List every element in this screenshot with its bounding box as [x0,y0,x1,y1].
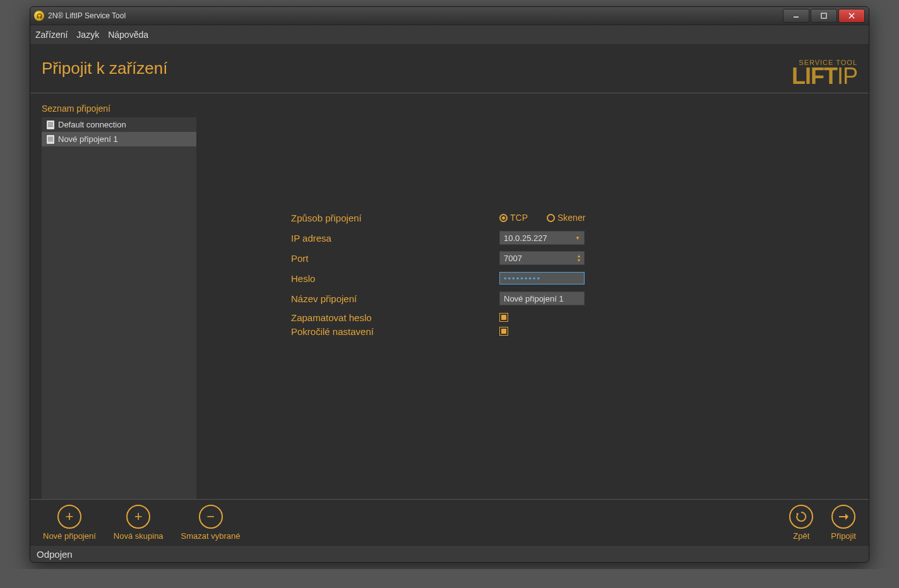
header: Připojit k zařízení SERVICE TOOL LIFTIP [30,45,869,93]
undo-icon [789,505,813,529]
ip-value: 10.0.25.227 [504,233,547,243]
title-bar: ☊ 2N® LiftIP Service Tool [30,7,869,25]
name-input[interactable]: Nové připojení 1 [499,291,585,305]
advanced-checkbox[interactable] [499,327,508,336]
label-password: Heslo [291,273,499,284]
page-title: Připojit k zařízení [42,59,167,78]
radio-scanner[interactable]: Skener [547,213,585,223]
logo-suffix: IP [837,63,857,89]
connection-label: Default connection [58,120,126,129]
connection-label: Nové připojení 1 [58,134,118,144]
plus-icon: + [57,505,81,529]
bottom-toolbar: + Nové připojení + Nová skupina − Smazat… [30,499,869,545]
label-advanced: Pokročilé nastavení [291,326,499,337]
connection-item[interactable]: Default connection [42,117,196,132]
sidebar-title: Seznam připojení [42,103,196,114]
row-method: Způsob připojení TCP Skener [291,211,645,225]
menu-device[interactable]: Zařízení [35,30,68,40]
close-button[interactable] [838,9,865,23]
window-title: 2N® LiftIP Service Tool [48,11,782,20]
row-password: Heslo [291,271,645,285]
logo: SERVICE TOOL LIFTIP [792,59,857,86]
status-bar: Odpojen [30,545,869,562]
plus-icon: + [126,505,150,529]
minimize-button[interactable] [783,9,809,23]
row-remember: Zapamatovat heslo [291,312,645,323]
status-text: Odpojen [37,549,73,560]
label-name: Název připojení [291,293,499,304]
connect-button[interactable]: Připojit [831,505,856,541]
new-connection-label: Nové připojení [43,531,96,541]
back-button[interactable]: Zpět [789,505,813,541]
chevron-up-icon[interactable]: ▲ [575,254,583,258]
name-value: Nové připojení 1 [504,294,564,303]
form-area: Způsob připojení TCP Skener IP adresa [209,103,857,499]
body: Seznam připojení Default connection Nové… [30,93,869,499]
row-advanced: Pokročilé nastavení [291,326,645,337]
menu-help[interactable]: Nápověda [108,30,148,40]
app-icon: ☊ [34,11,44,21]
radio-tcp[interactable]: TCP [499,213,528,223]
row-port: Port 7007 ▲ ▼ [291,251,645,265]
svg-marker-6 [845,514,848,520]
back-label: Zpět [793,531,809,541]
radio-dot-icon [499,214,508,222]
document-icon [47,135,54,144]
new-group-label: Nová skupina [114,531,164,541]
remember-checkbox[interactable] [499,313,508,322]
chevron-down-icon[interactable]: ▼ [575,259,583,262]
application-window: ☊ 2N® LiftIP Service Tool Zařízení Jazyk… [30,6,869,563]
label-ip: IP adresa [291,233,499,244]
radio-tcp-label: TCP [510,213,528,223]
connection-form: Způsob připojení TCP Skener IP adresa [291,211,645,343]
port-spinner[interactable]: 7007 ▲ ▼ [499,251,585,265]
connection-list: Default connection Nové připojení 1 [42,117,196,499]
radio-scanner-label: Skener [557,213,585,223]
sidebar: Seznam připojení Default connection Nové… [42,103,196,499]
minus-icon: − [199,505,223,529]
spinner-buttons[interactable]: ▲ ▼ [575,252,583,264]
label-remember: Zapamatovat heslo [291,312,499,323]
document-icon [47,121,54,129]
svg-rect-1 [821,13,826,18]
chevron-down-icon: ▼ [575,235,580,241]
delete-selected-label: Smazat vybrané [181,531,241,541]
password-input[interactable] [499,272,585,285]
arrow-right-icon [831,505,855,529]
new-group-button[interactable]: + Nová skupina [114,505,164,541]
ip-combo[interactable]: 10.0.25.227 ▼ [499,231,585,245]
row-ip: IP adresa 10.0.25.227 ▼ [291,231,645,245]
new-connection-button[interactable]: + Nové připojení [43,505,96,541]
label-method: Způsob připojení [291,213,499,223]
window-controls [782,9,865,23]
connection-item[interactable]: Nové připojení 1 [42,132,196,146]
menu-bar: Zařízení Jazyk Nápověda [30,25,869,45]
row-name: Název připojení Nové připojení 1 [291,291,645,305]
label-port: Port [291,253,499,264]
delete-selected-button[interactable]: − Smazat vybrané [181,505,241,541]
radio-dot-icon [547,214,555,222]
connect-label: Připojit [831,531,856,541]
menu-language[interactable]: Jazyk [76,30,99,40]
logo-text: LIFTIP [792,66,857,86]
port-value: 7007 [504,254,522,263]
maximize-button[interactable] [811,9,837,23]
logo-main: LIFT [792,63,837,89]
